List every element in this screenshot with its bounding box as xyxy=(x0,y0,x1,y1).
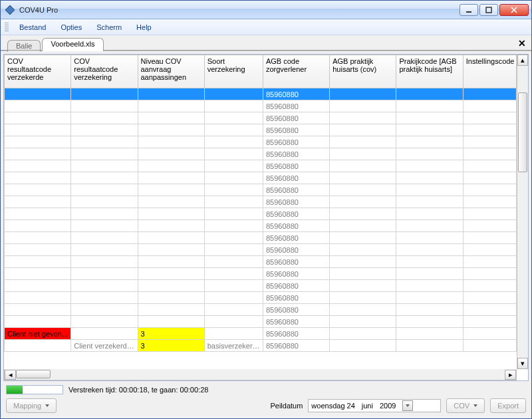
table-cell[interactable] xyxy=(396,280,463,292)
table-row[interactable]: 85960880 xyxy=(5,256,517,268)
table-row[interactable]: 85960880 xyxy=(5,268,517,280)
table-cell[interactable] xyxy=(204,88,263,100)
calendar-icon[interactable] xyxy=(402,400,413,411)
table-row[interactable]: 85960880 xyxy=(5,280,517,292)
peildatum-field[interactable]: woensdag 24 juni 2009 xyxy=(308,399,441,412)
table-cell[interactable]: 85960880 xyxy=(263,340,329,352)
table-cell[interactable] xyxy=(138,232,204,244)
table-cell[interactable] xyxy=(138,220,204,232)
table-cell[interactable] xyxy=(5,172,71,184)
table-cell[interactable] xyxy=(71,160,138,172)
table-cell[interactable] xyxy=(71,304,138,316)
table-row[interactable]: 85960880 xyxy=(5,196,517,208)
table-cell[interactable] xyxy=(396,220,463,232)
table-cell[interactable] xyxy=(396,232,463,244)
table-cell[interactable] xyxy=(396,148,463,160)
table-cell[interactable] xyxy=(138,256,204,268)
table-cell[interactable] xyxy=(138,244,204,256)
table-cell[interactable]: 85960880 xyxy=(263,232,329,244)
table-cell[interactable] xyxy=(330,148,396,160)
table-cell[interactable] xyxy=(5,208,71,220)
table-cell[interactable] xyxy=(463,136,516,148)
table-cell[interactable] xyxy=(463,124,516,136)
table-cell[interactable] xyxy=(71,256,138,268)
table-cell[interactable] xyxy=(138,196,204,208)
table-cell[interactable] xyxy=(5,256,71,268)
table-cell[interactable] xyxy=(463,160,516,172)
table-row[interactable]: Client verzekerd. ...3basisverzekering .… xyxy=(5,340,517,352)
table-row[interactable]: 85960880 xyxy=(5,112,517,124)
table-cell[interactable] xyxy=(5,196,71,208)
table-cell[interactable] xyxy=(5,184,71,196)
table-cell[interactable] xyxy=(204,148,263,160)
scroll-down-icon[interactable]: ▾ xyxy=(517,358,528,369)
table-cell[interactable] xyxy=(204,220,263,232)
table-cell[interactable] xyxy=(330,172,396,184)
column-header[interactable]: AGB code zorgverlener xyxy=(263,55,329,88)
table-cell[interactable] xyxy=(204,244,263,256)
table-cell[interactable] xyxy=(71,100,138,112)
horizontal-scrollbar[interactable]: ◂ ▸ xyxy=(4,369,517,380)
table-row[interactable]: Client niet gevon...385960880 xyxy=(5,328,517,340)
table-cell[interactable] xyxy=(463,268,516,280)
table-cell[interactable] xyxy=(204,232,263,244)
table-cell[interactable] xyxy=(5,316,71,328)
table-cell[interactable]: Client verzekerd. ... xyxy=(71,340,138,352)
table-row[interactable]: 85960880 xyxy=(5,172,517,184)
table-row[interactable]: 85960880 xyxy=(5,184,517,196)
vertical-scrollbar[interactable]: ▴ ▾ xyxy=(517,55,528,369)
table-cell[interactable] xyxy=(396,184,463,196)
table-cell[interactable] xyxy=(463,148,516,160)
table-cell[interactable] xyxy=(5,268,71,280)
table-cell[interactable] xyxy=(396,100,463,112)
table-cell[interactable] xyxy=(330,88,396,100)
table-cell[interactable] xyxy=(396,340,463,352)
table-row[interactable]: 85960880 xyxy=(5,232,517,244)
table-cell[interactable] xyxy=(463,172,516,184)
column-header[interactable]: COV resultaatcode verzekerde xyxy=(5,55,71,88)
table-cell[interactable] xyxy=(71,208,138,220)
table-row[interactable]: 85960880 xyxy=(5,160,517,172)
scroll-left-icon[interactable]: ◂ xyxy=(5,370,16,380)
mapping-button[interactable]: Mapping xyxy=(6,398,57,413)
scroll-right-icon[interactable]: ▸ xyxy=(505,370,516,380)
column-header[interactable]: COV resultaatcode verzekering xyxy=(71,55,138,88)
table-cell[interactable] xyxy=(204,268,263,280)
table-cell[interactable] xyxy=(396,112,463,124)
table-cell[interactable] xyxy=(330,256,396,268)
table-cell[interactable]: 85960880 xyxy=(263,196,329,208)
table-cell[interactable] xyxy=(204,196,263,208)
table-cell[interactable] xyxy=(138,208,204,220)
table-row[interactable]: 85960880 xyxy=(5,292,517,304)
table-cell[interactable] xyxy=(463,280,516,292)
table-cell[interactable] xyxy=(138,268,204,280)
table-cell[interactable] xyxy=(396,136,463,148)
table-row[interactable]: 85960880 xyxy=(5,220,517,232)
table-cell[interactable] xyxy=(463,88,516,100)
table-row[interactable]: 85960880 xyxy=(5,208,517,220)
grid-table[interactable]: COV resultaatcode verzekerdeCOV resultaa… xyxy=(4,55,517,352)
table-row[interactable]: 85960880 xyxy=(5,316,517,328)
table-cell[interactable]: 85960880 xyxy=(263,328,329,340)
titlebar[interactable]: COV4U Pro xyxy=(1,1,531,19)
table-cell[interactable] xyxy=(71,268,138,280)
table-cell[interactable]: 85960880 xyxy=(263,148,329,160)
table-cell[interactable]: 85960880 xyxy=(263,88,329,100)
table-cell[interactable] xyxy=(396,292,463,304)
table-cell[interactable] xyxy=(138,304,204,316)
table-cell[interactable]: 85960880 xyxy=(263,184,329,196)
table-cell[interactable] xyxy=(204,124,263,136)
table-cell[interactable] xyxy=(204,256,263,268)
table-cell[interactable] xyxy=(138,280,204,292)
table-cell[interactable] xyxy=(463,232,516,244)
table-cell[interactable] xyxy=(396,160,463,172)
table-cell[interactable] xyxy=(5,136,71,148)
menu-scherm[interactable]: Scherm xyxy=(90,21,128,33)
table-cell[interactable] xyxy=(330,100,396,112)
table-cell[interactable] xyxy=(396,196,463,208)
table-cell[interactable] xyxy=(330,196,396,208)
table-cell[interactable] xyxy=(71,112,138,124)
table-cell[interactable]: 85960880 xyxy=(263,268,329,280)
table-cell[interactable] xyxy=(330,184,396,196)
table-cell[interactable] xyxy=(330,340,396,352)
